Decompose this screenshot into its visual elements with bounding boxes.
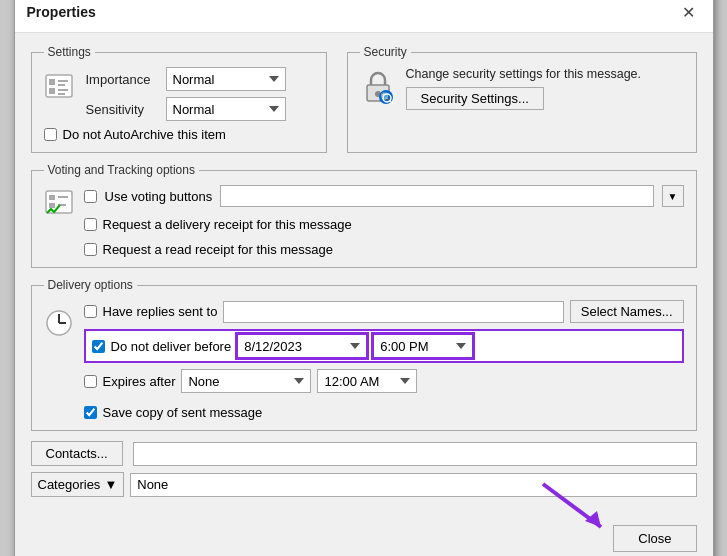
save-copy-checkbox[interactable] bbox=[84, 406, 97, 419]
voting-options: Use voting buttons ▼ Request a delivery … bbox=[84, 185, 684, 257]
expires-date-dropdown[interactable]: None bbox=[181, 369, 311, 393]
delivery-fields: Have replies sent to Select Names... Do … bbox=[84, 300, 684, 420]
sensitivity-row: Sensitivity Normal Personal Private Conf… bbox=[86, 97, 286, 121]
delivery-receipt-row: Request a delivery receipt for this mess… bbox=[84, 217, 684, 232]
contacts-button[interactable]: Contacts... bbox=[31, 441, 123, 466]
save-copy-label: Save copy of sent message bbox=[103, 405, 263, 420]
deliver-time-dropdown[interactable]: 6:00 PM bbox=[373, 334, 473, 358]
security-legend: Security bbox=[360, 45, 411, 59]
svg-rect-2 bbox=[58, 80, 68, 82]
use-voting-checkbox[interactable] bbox=[84, 190, 97, 203]
title-bar: Properties ✕ bbox=[15, 0, 713, 33]
read-receipt-checkbox[interactable] bbox=[84, 243, 97, 256]
voting-input[interactable] bbox=[220, 185, 653, 207]
do-not-deliver-checkbox[interactable] bbox=[92, 340, 105, 353]
settings-list-icon bbox=[44, 71, 76, 103]
categories-button[interactable]: Categories ▼ bbox=[31, 472, 125, 497]
security-settings-button[interactable]: Security Settings... bbox=[406, 87, 544, 110]
categories-input[interactable] bbox=[130, 473, 696, 497]
delivery-receipt-label: Request a delivery receipt for this mess… bbox=[103, 217, 352, 232]
top-sections: Settings bbox=[31, 45, 697, 153]
bottom-buttons-row: Contacts... bbox=[31, 441, 697, 466]
svg-rect-16 bbox=[49, 203, 55, 208]
importance-row: Importance Normal Low High bbox=[86, 67, 286, 91]
close-titlebar-button[interactable]: ✕ bbox=[677, 0, 701, 24]
expires-after-checkbox[interactable] bbox=[84, 375, 97, 388]
autoarchive-row: Do not AutoArchive this item bbox=[44, 127, 314, 142]
svg-rect-4 bbox=[49, 88, 55, 94]
categories-row: Categories ▼ bbox=[31, 472, 697, 497]
svg-rect-5 bbox=[58, 89, 68, 91]
save-copy-row: Save copy of sent message bbox=[84, 405, 684, 420]
voting-legend: Voting and Tracking options bbox=[44, 163, 199, 177]
reply-to-input[interactable] bbox=[223, 301, 563, 323]
expires-after-row: Expires after None 12:00 AM bbox=[84, 369, 684, 393]
delivery-legend: Delivery options bbox=[44, 278, 137, 292]
use-voting-row: Use voting buttons ▼ bbox=[84, 185, 684, 207]
categories-label: Categories bbox=[38, 477, 101, 492]
importance-dropdown[interactable]: Normal Low High bbox=[166, 67, 286, 91]
security-text-area: Change security settings for this messag… bbox=[406, 67, 642, 110]
svg-rect-1 bbox=[49, 79, 55, 85]
voting-fieldset: Voting and Tracking options Us bbox=[31, 163, 697, 268]
settings-fieldset: Settings bbox=[31, 45, 327, 153]
settings-legend: Settings bbox=[44, 45, 95, 59]
svg-rect-6 bbox=[58, 93, 65, 95]
sensitivity-dropdown[interactable]: Normal Personal Private Confidential bbox=[166, 97, 286, 121]
voting-dropdown-btn[interactable]: ▼ bbox=[662, 185, 684, 207]
settings-inner: Importance Normal Low High Sensitivity N… bbox=[44, 67, 314, 121]
importance-label: Importance bbox=[86, 72, 158, 87]
contacts-input[interactable] bbox=[133, 442, 697, 466]
settings-fields: Importance Normal Low High Sensitivity N… bbox=[86, 67, 286, 121]
delivery-icon bbox=[44, 308, 74, 341]
do-not-deliver-label: Do not deliver before bbox=[111, 339, 232, 354]
select-names-button[interactable]: Select Names... bbox=[570, 300, 684, 323]
use-voting-label: Use voting buttons bbox=[105, 189, 213, 204]
read-receipt-label: Request a read receipt for this message bbox=[103, 242, 334, 257]
delivery-inner: Have replies sent to Select Names... Do … bbox=[44, 300, 684, 420]
read-receipt-row: Request a read receipt for this message bbox=[84, 242, 684, 257]
svg-rect-15 bbox=[58, 196, 68, 198]
have-replies-checkbox[interactable] bbox=[84, 305, 97, 318]
security-inner: 🔍 Change security settings for this mess… bbox=[360, 67, 684, 110]
dialog-footer: Close bbox=[15, 519, 713, 556]
expires-time-dropdown[interactable]: 12:00 AM bbox=[317, 369, 417, 393]
delivery-fieldset: Delivery options Have replies sent to bbox=[31, 278, 697, 431]
svg-rect-3 bbox=[58, 84, 65, 86]
autoarchive-label: Do not AutoArchive this item bbox=[63, 127, 226, 142]
autoarchive-checkbox[interactable] bbox=[44, 128, 57, 141]
sensitivity-label: Sensitivity bbox=[86, 102, 158, 117]
dialog-title: Properties bbox=[27, 4, 96, 20]
svg-line-12 bbox=[390, 101, 393, 104]
deliver-date-dropdown[interactable]: 8/12/2023 bbox=[237, 334, 367, 358]
security-lock-icon: 🔍 bbox=[360, 69, 396, 108]
dialog-body: Settings bbox=[15, 33, 713, 519]
voting-inner: Use voting buttons ▼ Request a delivery … bbox=[44, 185, 684, 257]
have-replies-row: Have replies sent to Select Names... bbox=[84, 300, 684, 323]
categories-chevron-icon: ▼ bbox=[104, 477, 117, 492]
expires-after-label: Expires after bbox=[103, 374, 176, 389]
security-description: Change security settings for this messag… bbox=[406, 67, 642, 81]
close-dialog-button[interactable]: Close bbox=[613, 525, 696, 552]
do-not-deliver-row: Do not deliver before 8/12/2023 6:00 PM bbox=[84, 329, 684, 363]
properties-dialog: Properties ✕ Settings bbox=[14, 0, 714, 556]
have-replies-label: Have replies sent to bbox=[103, 304, 218, 319]
security-fieldset: Security 🔍 Chan bbox=[347, 45, 697, 153]
voting-icon bbox=[44, 187, 74, 220]
svg-rect-14 bbox=[49, 195, 55, 200]
delivery-receipt-checkbox[interactable] bbox=[84, 218, 97, 231]
